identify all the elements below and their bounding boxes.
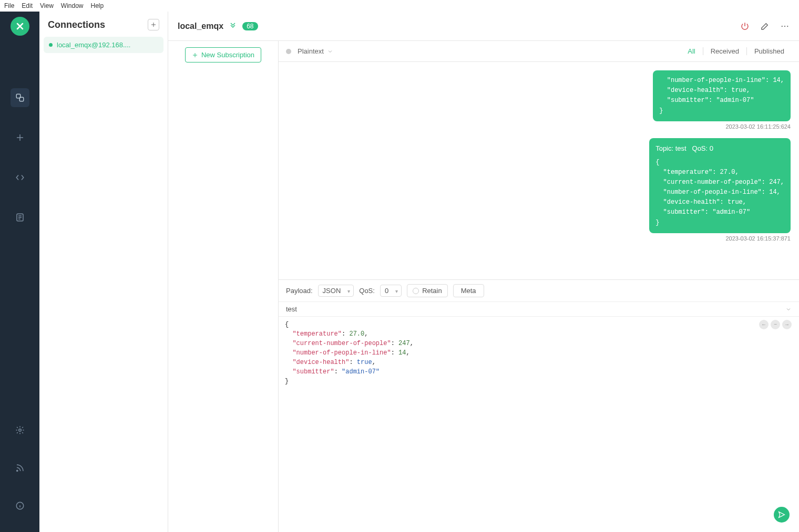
message-toolbar: Plaintext AllReceivedPublished: [279, 41, 799, 62]
message-list[interactable]: "number-of-people-in-line": 14, "device-…: [279, 62, 799, 279]
svg-point-6: [782, 25, 783, 26]
payload-label: Payload:: [286, 287, 313, 295]
svg-point-8: [787, 25, 788, 26]
nav-add-icon[interactable]: [11, 128, 29, 147]
filter-tab-received[interactable]: Received: [703, 47, 746, 55]
menu-file[interactable]: File: [4, 2, 14, 9]
editor-delete-button[interactable]: −: [771, 320, 780, 329]
connections-title: Connections: [48, 19, 105, 30]
message-body: { "temperature": 27.0, "current-number-o…: [655, 158, 784, 228]
format-status-dot: [286, 49, 291, 54]
connections-panel: Connections local_emqx@192.168....: [39, 12, 168, 532]
menu-help[interactable]: Help: [91, 2, 104, 9]
filter-tab-all[interactable]: All: [680, 47, 702, 55]
nav-info-icon[interactable]: [11, 496, 29, 515]
nav-settings-icon[interactable]: [11, 421, 29, 440]
editor-line: "number-of-people-in-line": 14,: [285, 348, 793, 358]
status-dot-icon: [49, 43, 53, 47]
nav-log-icon[interactable]: [11, 208, 29, 227]
app-logo: [11, 17, 29, 36]
editor-line: }: [285, 377, 793, 386]
connection-item[interactable]: local_emqx@192.168....: [44, 37, 163, 53]
menu-view[interactable]: View: [40, 2, 54, 9]
payload-format-select[interactable]: JSON ▾: [318, 285, 354, 297]
format-chevron-icon[interactable]: [327, 48, 333, 55]
nav-script-icon[interactable]: [11, 168, 29, 187]
chevron-down-icon: ▾: [395, 288, 398, 294]
filter-tab-published[interactable]: Published: [746, 47, 792, 55]
topic-input[interactable]: test: [286, 305, 297, 313]
editor-line: {: [285, 320, 793, 329]
chevron-down-icon: ▾: [347, 288, 350, 294]
subscriptions-panel: New Subscription: [168, 41, 279, 532]
editor-prev-button[interactable]: ←: [759, 320, 769, 329]
message-count-badge: 68: [242, 22, 258, 30]
message-timestamp: 2023-03-02 16:11:25:624: [725, 123, 791, 130]
editor-line: "temperature": 27.0,: [285, 329, 793, 339]
main-area: local_emqx 68 New Subs: [168, 12, 799, 532]
more-button[interactable]: [780, 22, 790, 31]
svg-point-7: [784, 25, 785, 26]
menu-edit[interactable]: Edit: [22, 2, 33, 9]
svg-point-4: [16, 470, 17, 471]
add-connection-button[interactable]: [148, 19, 159, 30]
message-bubble: Topic: test QoS: 0{ "temperature": 27.0,…: [649, 138, 791, 233]
nav-connections-icon[interactable]: [11, 88, 29, 107]
send-button[interactable]: [774, 507, 790, 523]
menubar: FileEditViewWindowHelp: [0, 0, 799, 12]
edit-button[interactable]: [760, 22, 770, 31]
sidebar-nav: [0, 12, 39, 532]
payload-editor[interactable]: ← − → { "temperature": 27.0, "current-nu…: [279, 316, 799, 532]
nav-feed-icon[interactable]: [11, 458, 29, 477]
disconnect-button[interactable]: [740, 22, 750, 31]
qos-label: QoS:: [359, 287, 375, 295]
editor-line: "current-number-of-people": 247,: [285, 339, 793, 348]
topbar: local_emqx 68: [168, 12, 799, 41]
message-timestamp: 2023-03-02 16:15:37:871: [725, 235, 791, 242]
editor-next-button[interactable]: →: [782, 320, 792, 329]
new-subscription-button[interactable]: New Subscription: [185, 47, 261, 62]
connection-title: local_emqx: [178, 22, 223, 31]
payload-bar: Payload: JSON ▾ QoS: 0 ▾ Retain: [279, 279, 799, 301]
retain-radio-icon: [413, 288, 419, 294]
menu-window[interactable]: Window: [61, 2, 84, 9]
meta-button[interactable]: Meta: [453, 284, 484, 297]
connection-name: local_emqx@192.168....: [57, 41, 130, 49]
qos-select[interactable]: 0 ▾: [380, 285, 402, 297]
svg-point-3: [18, 429, 21, 432]
editor-line: "submitter": "admin-07": [285, 367, 793, 377]
topic-row: test: [279, 301, 799, 316]
editor-line: "device-health": true,: [285, 358, 793, 367]
format-label[interactable]: Plaintext: [298, 47, 324, 55]
expand-chevron-icon[interactable]: [229, 22, 237, 30]
new-subscription-label: New Subscription: [201, 51, 254, 59]
retain-toggle[interactable]: Retain: [407, 284, 448, 297]
message-header: Topic: test QoS: 0: [655, 143, 784, 154]
collapse-chevron-icon[interactable]: [785, 306, 792, 312]
message-bubble: "number-of-people-in-line": 14, "device-…: [653, 70, 791, 121]
messages-area: Plaintext AllReceivedPublished "number-o…: [279, 41, 799, 532]
message-body: "number-of-people-in-line": 14, "device-…: [659, 76, 784, 116]
